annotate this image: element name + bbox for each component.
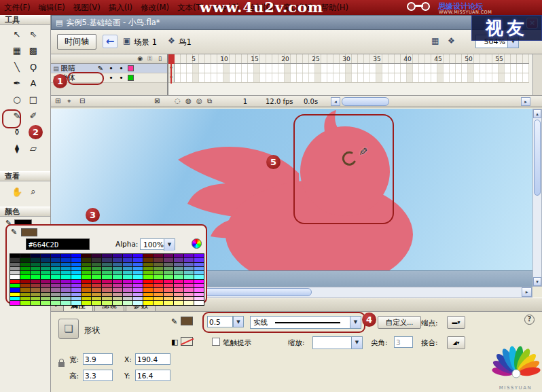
palette-swatch[interactable] bbox=[153, 258, 163, 262]
caps-dropdown-button[interactable]: ▬▾ bbox=[447, 316, 465, 329]
palette-swatch[interactable] bbox=[164, 263, 173, 266]
palette-swatch[interactable] bbox=[133, 271, 143, 274]
menu-item[interactable]: 插入(I) bbox=[105, 3, 137, 13]
palette-swatch[interactable] bbox=[102, 301, 111, 304]
palette-swatch[interactable] bbox=[153, 254, 163, 257]
palette-swatch[interactable] bbox=[164, 254, 173, 257]
palette-swatch[interactable] bbox=[184, 254, 194, 257]
palette-swatch[interactable] bbox=[133, 275, 143, 279]
zoom-tool[interactable]: ⌕ bbox=[25, 183, 41, 200]
rectangle-tool[interactable]: □ bbox=[25, 91, 41, 107]
palette-swatch[interactable] bbox=[61, 280, 71, 283]
help-icon[interactable]: ? bbox=[524, 315, 535, 325]
palette-swatch[interactable] bbox=[82, 267, 91, 270]
eraser-tool[interactable]: ▱ bbox=[25, 140, 41, 156]
palette-swatch[interactable] bbox=[102, 258, 111, 262]
palette-swatch[interactable] bbox=[143, 288, 153, 291]
palette-swatch[interactable] bbox=[194, 288, 204, 291]
stroke-color-chip[interactable] bbox=[181, 317, 193, 325]
palette-swatch[interactable] bbox=[92, 301, 101, 304]
palette-swatch[interactable] bbox=[71, 254, 81, 257]
custom-stroke-button[interactable]: 自定义... bbox=[378, 316, 421, 329]
palette-swatch[interactable] bbox=[92, 280, 101, 283]
frame-rate-indicator[interactable]: 12.0 fps bbox=[266, 98, 293, 105]
palette-swatch[interactable] bbox=[20, 288, 30, 291]
palette-swatch[interactable] bbox=[113, 258, 122, 262]
subselection-tool[interactable]: ⇖ bbox=[25, 26, 41, 42]
palette-swatch[interactable] bbox=[102, 297, 111, 300]
x-input[interactable] bbox=[135, 353, 170, 365]
palette-swatch[interactable] bbox=[123, 267, 132, 270]
palette-swatch[interactable] bbox=[174, 293, 183, 296]
palette-swatch[interactable] bbox=[61, 275, 71, 279]
y-input[interactable] bbox=[135, 370, 170, 381]
palette-swatch[interactable] bbox=[41, 258, 50, 262]
fill-color-chip[interactable] bbox=[181, 337, 193, 346]
palette-swatch[interactable] bbox=[174, 267, 183, 270]
palette-swatch[interactable] bbox=[153, 284, 163, 287]
layer-lock-dot[interactable]: • bbox=[116, 65, 126, 72]
palette-swatch[interactable] bbox=[71, 275, 81, 279]
layer-frame-row[interactable]: • bbox=[168, 73, 529, 83]
palette-swatch[interactable] bbox=[41, 297, 50, 300]
palette-swatch[interactable] bbox=[82, 301, 91, 304]
hex-color-input[interactable] bbox=[26, 238, 90, 250]
palette-swatch[interactable] bbox=[164, 275, 173, 279]
palette-swatch[interactable] bbox=[51, 275, 60, 279]
miter-input[interactable] bbox=[394, 336, 413, 348]
palette-swatch[interactable] bbox=[102, 275, 111, 279]
palette-swatch[interactable] bbox=[133, 267, 143, 270]
lock-icon[interactable]: ⚿ bbox=[147, 55, 152, 63]
scroll-up-arrow[interactable]: ▴ bbox=[533, 109, 541, 118]
palette-swatch[interactable] bbox=[143, 297, 153, 300]
palette-swatch[interactable] bbox=[153, 297, 163, 300]
palette-swatch[interactable] bbox=[82, 284, 91, 287]
palette-swatch[interactable] bbox=[10, 288, 20, 291]
palette-swatch[interactable] bbox=[133, 297, 143, 300]
palette-swatch[interactable] bbox=[31, 293, 40, 296]
palette-swatch[interactable] bbox=[61, 293, 71, 296]
palette-swatch[interactable] bbox=[133, 288, 143, 291]
palette-swatch[interactable] bbox=[194, 280, 204, 283]
palette-swatch[interactable] bbox=[194, 254, 204, 257]
palette-swatch[interactable] bbox=[102, 254, 111, 257]
palette-swatch[interactable] bbox=[153, 280, 163, 283]
palette-swatch[interactable] bbox=[41, 301, 50, 304]
symbol-breadcrumb[interactable]: 鸟1 bbox=[179, 37, 192, 48]
palette-swatch[interactable] bbox=[51, 280, 60, 283]
free-transform-tool[interactable]: ▦ bbox=[9, 42, 25, 58]
insert-folder-icon[interactable]: ⊟ bbox=[79, 97, 85, 105]
palette-swatch[interactable] bbox=[143, 284, 153, 287]
layer-visibility-dot[interactable]: • bbox=[106, 65, 116, 72]
back-arrow-button[interactable]: ← bbox=[103, 35, 118, 48]
palette-swatch[interactable] bbox=[133, 280, 143, 283]
palette-swatch[interactable] bbox=[41, 288, 50, 291]
text-tool[interactable]: A bbox=[25, 75, 41, 91]
palette-swatch[interactable] bbox=[133, 258, 143, 262]
palette-swatch[interactable] bbox=[51, 297, 60, 300]
palette-swatch[interactable] bbox=[164, 288, 173, 291]
vertical-scrollbar[interactable]: ▴ ▾ bbox=[532, 109, 542, 287]
palette-swatch[interactable] bbox=[82, 288, 91, 291]
palette-swatch[interactable] bbox=[123, 288, 132, 291]
palette-swatch[interactable] bbox=[92, 271, 101, 274]
palette-swatch[interactable] bbox=[102, 263, 111, 266]
palette-swatch[interactable] bbox=[164, 297, 173, 300]
palette-swatch[interactable] bbox=[10, 258, 20, 262]
palette-swatch[interactable] bbox=[31, 271, 40, 274]
palette-swatch[interactable] bbox=[82, 271, 91, 274]
palette-swatch[interactable] bbox=[61, 284, 71, 287]
stroke-style-combo[interactable]: 实线 ▼ bbox=[250, 316, 361, 329]
palette-swatch[interactable] bbox=[143, 275, 153, 279]
palette-swatch[interactable] bbox=[92, 263, 101, 266]
palette-swatch[interactable] bbox=[143, 271, 153, 274]
delete-layer-icon[interactable]: ⊠ bbox=[154, 97, 160, 105]
timeline-scrollbar[interactable] bbox=[532, 54, 542, 95]
palette-swatch[interactable] bbox=[10, 293, 20, 296]
layer-outline-color-chip[interactable] bbox=[128, 65, 134, 71]
palette-swatch[interactable] bbox=[92, 275, 101, 279]
palette-swatch[interactable] bbox=[10, 284, 20, 287]
timeline-panel-button[interactable]: 时间轴 bbox=[57, 34, 96, 50]
palette-swatch[interactable] bbox=[174, 288, 183, 291]
palette-swatch[interactable] bbox=[51, 293, 60, 296]
